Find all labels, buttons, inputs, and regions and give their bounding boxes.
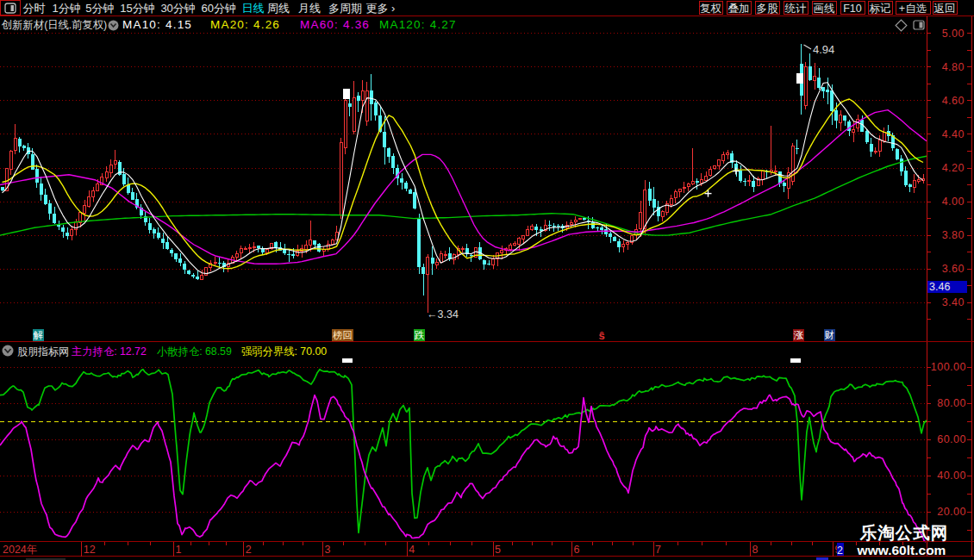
svg-text:4.40: 4.40 [942, 128, 965, 140]
svg-text:创新新材(日线.前复权): 创新新材(日线.前复权) [1, 19, 107, 31]
svg-text:周线: 周线 [267, 2, 290, 15]
svg-text:叠加: 叠加 [728, 3, 750, 15]
svg-text:主力持仓: 12.72: 主力持仓: 12.72 [72, 345, 147, 358]
svg-text:40.00: 40.00 [937, 470, 966, 482]
svg-text:解: 解 [33, 330, 43, 340]
svg-text:7: 7 [655, 544, 661, 556]
svg-text:3.60: 3.60 [942, 263, 965, 275]
svg-text:4: 4 [409, 544, 415, 556]
svg-text:涨: 涨 [794, 330, 804, 340]
svg-text:MA60: 4.36: MA60: 4.36 [300, 18, 370, 31]
svg-text:15分钟: 15分钟 [120, 2, 154, 15]
svg-text:财: 财 [824, 330, 834, 340]
svg-text:MA20: 4.26: MA20: 4.26 [210, 18, 280, 31]
svg-text:1: 1 [176, 544, 182, 556]
svg-text:MA120: 4.27: MA120: 4.27 [379, 18, 457, 31]
svg-text:3.46: 3.46 [929, 281, 950, 293]
svg-text:8: 8 [752, 544, 759, 556]
svg-text:3.80: 3.80 [942, 229, 965, 241]
svg-text:80.00: 80.00 [937, 397, 966, 409]
svg-text:1分钟: 1分钟 [53, 2, 81, 15]
svg-text:月线: 月线 [298, 2, 321, 15]
svg-text:分时: 分时 [23, 2, 46, 15]
svg-text:乐淘公式网: 乐淘公式网 [859, 523, 949, 542]
svg-text:←3.34: ←3.34 [427, 308, 459, 320]
svg-text:更多 ›: 更多 › [366, 2, 396, 15]
svg-text:4.80: 4.80 [942, 61, 965, 73]
svg-text:小散持仓: 68.59: 小散持仓: 68.59 [157, 345, 232, 358]
svg-text:F10: F10 [843, 3, 862, 15]
svg-text:强弱分界线: 70.00: 强弱分界线: 70.00 [241, 345, 327, 358]
svg-text:60分钟: 60分钟 [202, 2, 236, 15]
svg-text:日线: 日线 [242, 2, 265, 15]
svg-text:4.20: 4.20 [942, 162, 965, 174]
svg-text:12: 12 [84, 544, 96, 556]
svg-text:5.00: 5.00 [942, 28, 965, 40]
svg-text:2: 2 [837, 544, 843, 557]
svg-text:统计: 统计 [785, 3, 808, 15]
svg-text:ŝ: ŝ [598, 329, 604, 342]
svg-text:www.60lt.com: www.60lt.com [857, 543, 946, 557]
svg-text:5: 5 [495, 544, 501, 556]
svg-text:100.00: 100.00 [931, 361, 966, 373]
svg-text:6: 6 [573, 544, 579, 556]
svg-text:股朋指标网: 股朋指标网 [17, 345, 69, 358]
svg-text:复权: 复权 [700, 3, 722, 15]
svg-text:4.60: 4.60 [942, 95, 965, 107]
svg-text:5分钟: 5分钟 [85, 2, 114, 15]
svg-text:跌: 跌 [414, 330, 424, 340]
svg-text:MA10: 4.15: MA10: 4.15 [122, 18, 192, 31]
svg-text:榜回: 榜回 [333, 330, 353, 340]
svg-text:30分钟: 30分钟 [160, 2, 195, 15]
svg-text:+自选: +自选 [899, 3, 927, 15]
svg-text:标记: 标记 [870, 3, 891, 15]
svg-text:画线: 画线 [814, 3, 835, 15]
svg-text:2024年: 2024年 [3, 544, 37, 556]
svg-text:4.94: 4.94 [813, 43, 834, 56]
svg-text:3: 3 [325, 544, 331, 556]
svg-text:3.40: 3.40 [942, 296, 965, 308]
svg-text:多周期: 多周期 [328, 2, 362, 15]
svg-text:4.00: 4.00 [942, 196, 965, 208]
svg-text:返回: 返回 [934, 3, 956, 15]
svg-text:60.00: 60.00 [937, 433, 966, 445]
svg-text:2: 2 [246, 544, 252, 556]
svg-text:多股: 多股 [757, 3, 779, 15]
svg-text:20.00: 20.00 [937, 506, 966, 518]
